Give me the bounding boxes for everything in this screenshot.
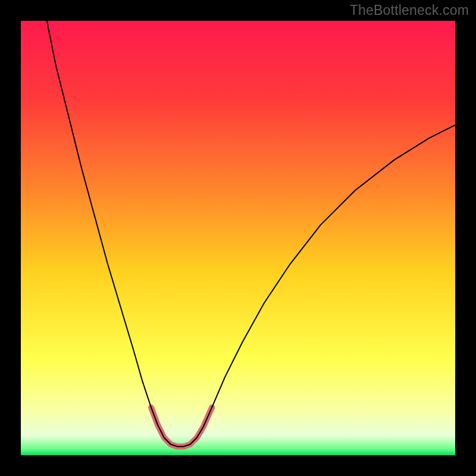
chart-svg <box>21 21 455 455</box>
watermark-text: TheBottleneck.com <box>350 2 469 18</box>
plot-area <box>21 21 455 455</box>
chart-frame: TheBottleneck.com <box>0 0 476 476</box>
gradient-background <box>21 21 455 455</box>
